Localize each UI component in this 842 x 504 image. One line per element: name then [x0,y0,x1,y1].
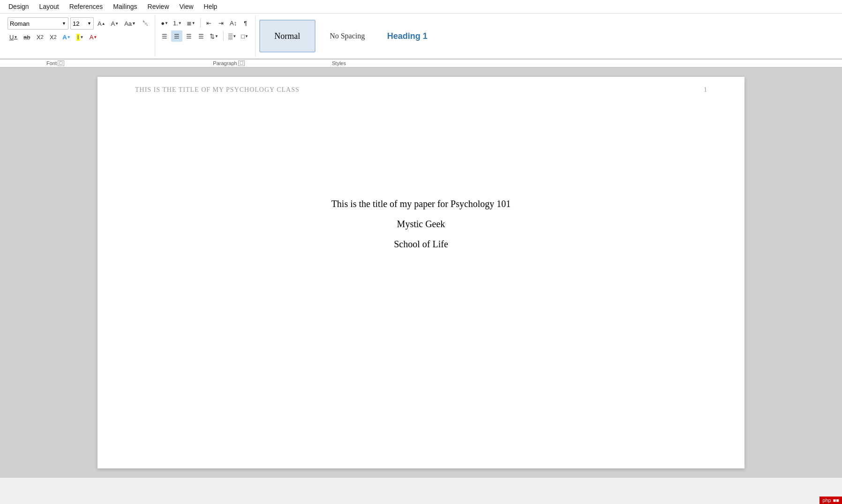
page-number: 1 [704,86,707,94]
font-name-dropdown[interactable]: Roman ▼ [8,17,68,30]
grow-font-button[interactable]: A▲ [96,18,107,29]
align-right-button[interactable]: ☰ [183,30,195,42]
align-center-button[interactable]: ☰ [171,30,182,42]
clear-formatting-button[interactable]: ␀ [140,18,151,29]
multilevel-list-button[interactable]: ≣▼ [185,17,197,29]
content-line-3: School of Life [394,239,448,250]
font-size-value: 12 [73,20,79,27]
status-label: php [822,497,831,503]
menu-view[interactable]: View [175,1,198,12]
increase-indent-button[interactable]: ⇥ [216,17,227,29]
font-name-value: Roman [10,20,30,27]
borders-button[interactable]: □▼ [239,30,250,42]
bullets-button[interactable]: ●▼ [159,17,170,29]
document-page[interactable]: THIS IS THE TITLE OF MY PSYCHOLOGY CLASS… [98,77,744,468]
styles-group-label: Styles [332,60,346,66]
style-normal-label: Normal [274,31,300,41]
page-header: THIS IS THE TITLE OF MY PSYCHOLOGY CLASS… [135,86,707,94]
style-heading1-label: Heading 1 [387,31,428,41]
font-color-red-button[interactable]: A▼ [88,31,99,43]
shrink-font-button[interactable]: A▼ [109,18,121,29]
decrease-indent-button[interactable]: ⇤ [203,17,215,29]
font-name-arrow-icon: ▼ [62,21,66,26]
content-line-1: This is the title of my paper for Psycho… [331,199,511,209]
shading-button[interactable]: ▒▼ [226,30,238,42]
sort-button[interactable]: A↕ [228,17,239,29]
content-line-2: Mystic Geek [397,219,445,230]
style-normal[interactable]: Normal [259,20,316,52]
style-no-spacing-label: No Spacing [330,32,365,40]
style-no-spacing[interactable]: No Spacing [319,20,376,52]
justify-button[interactable]: ☰ [195,30,207,42]
para-group-label: Paragraph [213,60,237,66]
strikethrough-button[interactable]: ab [21,31,32,43]
change-case-button[interactable]: Aa▼ [122,18,138,29]
numbering-button[interactable]: 1.▼ [171,17,184,29]
style-heading1[interactable]: Heading 1 [379,20,436,52]
menu-design[interactable]: Design [4,1,34,12]
status-bar: php ■■ [819,497,842,504]
header-title: THIS IS THE TITLE OF MY PSYCHOLOGY CLASS [135,86,300,94]
menu-help[interactable]: Help [199,1,222,12]
font-group-expand-icon[interactable]: ☐ [58,60,64,66]
font-size-arrow-icon: ▼ [87,21,91,26]
line-spacing-button[interactable]: ⇅▼ [208,30,220,42]
font-color-button[interactable]: A▼ [60,31,72,43]
underline-button[interactable]: U▼ [8,31,19,43]
menu-layout[interactable]: Layout [35,1,64,12]
font-size-dropdown[interactable]: 12 ▼ [70,17,94,30]
menu-bar: Design Layout References Mailings Review… [0,0,842,14]
menu-references[interactable]: References [65,1,108,12]
menu-mailings[interactable]: Mailings [108,1,142,12]
page-content[interactable]: This is the title of my paper for Psycho… [135,199,707,250]
para-group-expand-icon[interactable]: ☐ [238,60,245,66]
menu-review[interactable]: Review [143,1,174,12]
font-group-label: Font [46,60,57,66]
document-area: THIS IS THE TITLE OF MY PSYCHOLOGY CLASS… [0,67,842,478]
superscript-button[interactable]: X2 [47,31,59,43]
status-icon: ■■ [833,497,839,503]
show-formatting-button[interactable]: ¶ [240,17,251,29]
subscript-button[interactable]: X2 [34,31,45,43]
text-highlight-button[interactable]: I▼ [75,31,86,43]
align-left-button[interactable]: ☰ [159,30,170,42]
